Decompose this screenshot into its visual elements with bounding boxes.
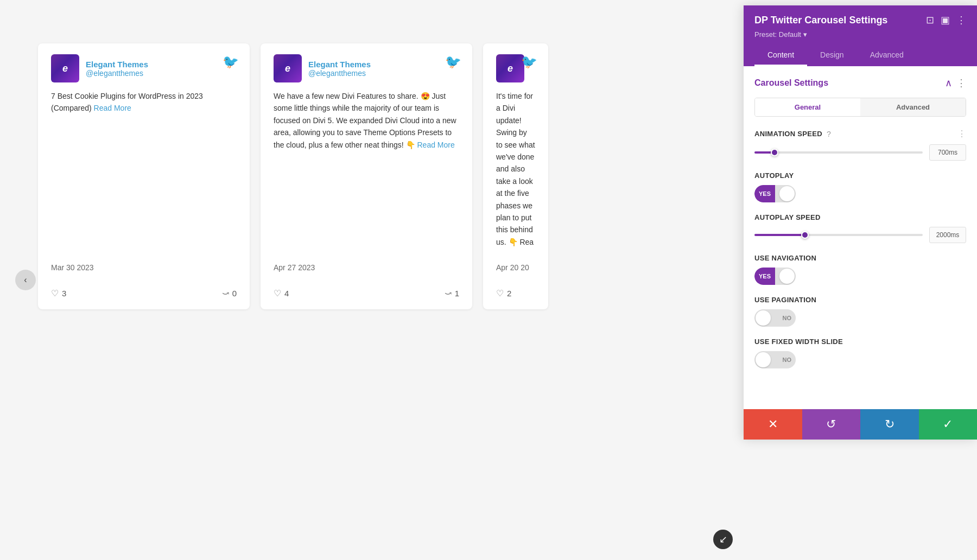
panel-body: Carousel Settings ∧ ⋮ General Advanced A…	[744, 66, 977, 409]
animation-speed-help-icon[interactable]: ?	[827, 130, 831, 138]
tweet-author-handle-2: @elegantthemes	[308, 69, 371, 78]
autoplay-speed-thumb[interactable]	[801, 231, 809, 239]
panel-tabs: Content Design Advanced	[754, 45, 966, 66]
tweet-cards-area: 🐦 e Elegant Themes @elegantthemes 7 Best…	[38, 43, 548, 309]
autoplay-label-row: Autoplay	[754, 171, 966, 180]
tweet-footer-1: ♡ 3 ⤻ 0	[51, 283, 237, 298]
use-fixed-width-slide-toggle[interactable]: NO	[754, 351, 966, 368]
tab-advanced[interactable]: Advanced	[857, 45, 917, 66]
animation-speed-track[interactable]	[754, 151, 923, 154]
floating-assistant-icon[interactable]: ↙	[713, 530, 733, 549]
tweet-author-name-1: Elegant Themes	[86, 60, 148, 69]
use-navigation-yes-label: YES	[754, 268, 775, 285]
prev-arrow[interactable]: ‹	[15, 270, 36, 290]
cancel-icon: ✕	[768, 417, 778, 431]
tweet-body-2: We have a few new Divi Features to share…	[274, 90, 459, 248]
animation-speed-label-row: Animation Speed ? ⋮	[754, 129, 966, 139]
twitter-icon-3: 🐦	[521, 54, 537, 69]
tweet-footer-2: ♡ 4 ⤻ 1	[274, 283, 459, 298]
autoplay-toggle-switch[interactable]: YES	[754, 185, 796, 202]
autoplay-setting: Autoplay YES	[754, 171, 966, 202]
tweet-likes-3: ♡ 2	[496, 288, 511, 298]
tab-content[interactable]: Content	[754, 45, 807, 66]
animation-speed-label: Animation Speed	[754, 130, 822, 138]
use-pagination-setting: Use Pagination NO	[754, 296, 966, 327]
tweet-likes-2: ♡ 4	[274, 288, 289, 298]
avatar-3: e	[496, 54, 524, 82]
tweet-body-1: 7 Best Cookie Plugins for WordPress in 2…	[51, 90, 237, 248]
heart-icon-2: ♡	[274, 288, 281, 298]
tweet-author-name-2: Elegant Themes	[308, 60, 371, 69]
responsive-icon[interactable]: ⊡	[926, 14, 934, 26]
chevron-left-icon: ‹	[24, 275, 27, 285]
section-more-icon[interactable]: ⋮	[956, 77, 966, 89]
tweet-author-2: Elegant Themes @elegantthemes	[308, 60, 371, 78]
tweet-shares-2: ⤻ 1	[445, 288, 459, 298]
more-icon[interactable]: ⋮	[956, 14, 966, 26]
use-pagination-thumb	[756, 310, 771, 326]
undo-button[interactable]: ↺	[802, 409, 861, 440]
use-pagination-toggle[interactable]: NO	[754, 309, 966, 327]
redo-button[interactable]: ↻	[860, 409, 919, 440]
autoplay-yes-label: YES	[754, 185, 775, 202]
tweet-date-3: Apr 20 20	[496, 263, 535, 272]
use-navigation-label: Use Navigation	[754, 254, 816, 262]
use-fixed-width-slide-thumb	[756, 352, 771, 367]
tweet-likes-1: ♡ 3	[51, 288, 66, 298]
heart-icon-1: ♡	[51, 288, 59, 298]
twitter-icon-1: 🐦	[223, 54, 239, 69]
sub-tab-advanced[interactable]: Advanced	[860, 98, 966, 116]
tweet-shares-1: ⤻ 0	[222, 288, 237, 298]
animation-speed-value[interactable]: 700ms	[929, 144, 966, 161]
avatar-1: e	[51, 54, 79, 82]
panel-title-row: DP Twitter Carousel Settings ⊡ ▣ ⋮	[754, 14, 966, 26]
cancel-button[interactable]: ✕	[744, 409, 802, 440]
use-fixed-width-slide-toggle-switch[interactable]: NO	[754, 351, 796, 368]
panel-title-icons: ⊡ ▣ ⋮	[926, 14, 966, 26]
autoplay-speed-value[interactable]: 2000ms	[929, 227, 966, 243]
use-navigation-toggle-switch[interactable]: YES	[754, 268, 796, 285]
tweet-body-3: It's time for a Divi update! Swing by to…	[496, 90, 535, 248]
tweet-header-1: e Elegant Themes @elegantthemes	[51, 54, 237, 82]
use-pagination-label-row: Use Pagination	[754, 296, 966, 304]
twitter-icon-2: 🐦	[445, 54, 461, 69]
autoplay-speed-label: Autoplay Speed	[754, 213, 821, 221]
animation-speed-setting: Animation Speed ? ⋮ 700ms	[754, 129, 966, 161]
sub-tabs: General Advanced	[754, 98, 966, 117]
read-more-link-1[interactable]: Read More	[94, 104, 131, 112]
preset-label: Preset: Default	[754, 30, 801, 39]
assistant-icon: ↙	[719, 533, 727, 545]
undo-icon: ↺	[826, 417, 836, 431]
section-title: Carousel Settings	[754, 78, 828, 88]
tweet-card-2: 🐦 e Elegant Themes @elegantthemes We hav…	[261, 43, 472, 309]
section-collapse-icon[interactable]: ∧	[945, 77, 952, 89]
autoplay-speed-fill	[754, 234, 805, 236]
use-navigation-toggle[interactable]: YES	[754, 268, 966, 285]
avatar-logo-2: e	[285, 63, 290, 74]
layout-icon[interactable]: ▣	[941, 14, 950, 26]
tab-design[interactable]: Design	[807, 45, 857, 66]
share-icon-2: ⤻	[445, 288, 452, 298]
animation-speed-thumb[interactable]	[771, 149, 778, 156]
share-icon-1: ⤻	[222, 288, 229, 298]
use-navigation-label-row: Use Navigation	[754, 254, 966, 262]
use-pagination-no-label: NO	[783, 315, 792, 321]
tweet-author-1: Elegant Themes @elegantthemes	[86, 60, 148, 78]
save-icon: ✓	[943, 417, 953, 431]
carousel-settings-section: Carousel Settings ∧ ⋮	[754, 77, 966, 89]
use-navigation-setting: Use Navigation YES	[754, 254, 966, 285]
sub-tab-general[interactable]: General	[755, 98, 860, 116]
use-fixed-width-slide-setting: Use Fixed Width Slide NO	[754, 338, 966, 368]
autoplay-toggle[interactable]: YES	[754, 185, 966, 202]
panel-preset[interactable]: Preset: Default ▾	[754, 30, 966, 39]
use-fixed-width-slide-label-row: Use Fixed Width Slide	[754, 338, 966, 346]
settings-panel: DP Twitter Carousel Settings ⊡ ▣ ⋮ Prese…	[744, 5, 977, 440]
autoplay-speed-track[interactable]	[754, 234, 923, 236]
read-more-link-2[interactable]: Read More	[417, 141, 455, 149]
save-button[interactable]: ✓	[919, 409, 978, 440]
use-pagination-label: Use Pagination	[754, 296, 816, 304]
redo-icon: ↻	[885, 417, 894, 431]
use-pagination-toggle-switch[interactable]: NO	[754, 309, 796, 327]
animation-speed-more-icon[interactable]: ⋮	[957, 129, 966, 139]
avatar-logo-1: e	[62, 63, 68, 74]
